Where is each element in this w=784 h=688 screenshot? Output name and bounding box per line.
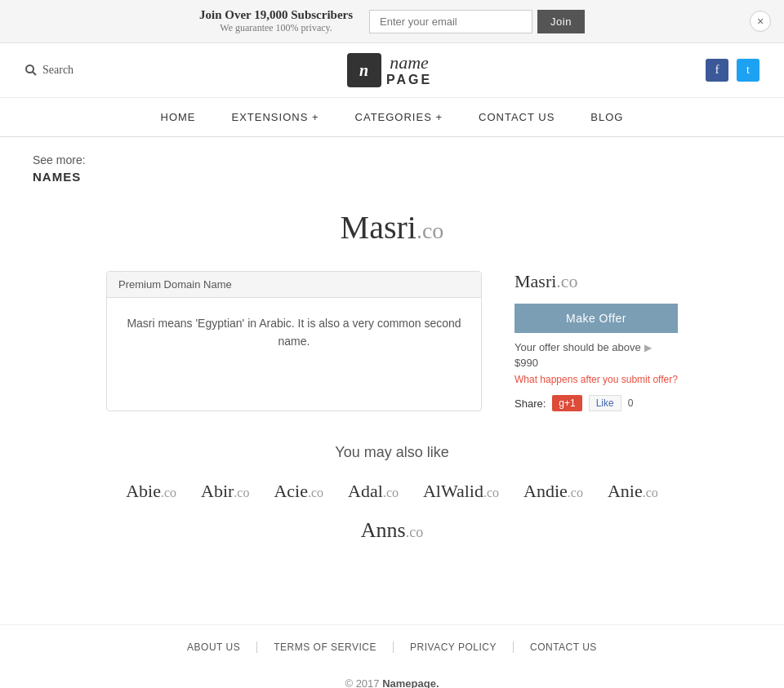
footer-about-us[interactable]: ABOUT US — [171, 641, 257, 653]
list-item[interactable]: Anie.co — [608, 481, 658, 502]
domain-title-section: Masri.co — [33, 208, 751, 246]
offer-hint-arrow: ▶ — [644, 342, 652, 353]
facebook-icon[interactable]: f — [706, 59, 728, 82]
footer-privacy[interactable]: PRIVACY POLICY — [394, 641, 514, 653]
domain-name-part: Masri — [341, 209, 416, 246]
offer-section: Masri.co Make Offer Your offer should be… — [514, 271, 678, 411]
footer-links: ABOUT US TERMS OF SERVICE PRIVACY POLICY… — [0, 625, 784, 669]
gplus-button[interactable]: g+1 — [552, 395, 581, 411]
nav-categories[interactable]: CATEGORIES + — [337, 98, 461, 136]
logo-icon-svg: n — [353, 59, 376, 82]
main-content: See more: NAMES Masri.co Premium Domain … — [0, 137, 784, 592]
svg-text:n: n — [359, 61, 368, 79]
see-more-section: See more: NAMES — [33, 153, 751, 184]
email-form: Join — [369, 10, 585, 33]
nav-blog[interactable]: BLOG — [572, 98, 641, 136]
offer-price: $990 — [514, 357, 678, 369]
search-link[interactable]: Search — [24, 64, 74, 77]
svg-point-0 — [26, 65, 33, 73]
footer-terms[interactable]: TERMS OF SERVICE — [257, 641, 394, 653]
svg-line-1 — [33, 72, 36, 75]
list-item[interactable]: Andie.co — [523, 481, 583, 502]
domain-main-title: Masri.co — [33, 208, 751, 246]
list-item[interactable]: AlWalid.co — [423, 481, 499, 502]
social-icons: f t — [706, 59, 760, 82]
logo[interactable]: n name PAGE — [347, 53, 432, 87]
footer-brand-link[interactable]: Namepage. — [382, 677, 439, 688]
join-button[interactable]: Join — [537, 10, 585, 33]
twitter-icon[interactable]: t — [737, 59, 760, 82]
share-label: Share: — [514, 397, 546, 410]
list-item[interactable]: Adal.co — [348, 481, 399, 502]
footer-copyright: © 2017 Namepage. — [0, 669, 784, 688]
banner-sub-text: We guarantee 100% privacy. — [199, 22, 353, 34]
footer: ABOUT US TERMS OF SERVICE PRIVACY POLICY… — [0, 624, 784, 688]
also-like-section: You may also like Abie.co Abir.co Acie.c… — [33, 444, 751, 543]
header: Search n name PAGE f t — [0, 43, 784, 98]
email-input[interactable] — [369, 10, 532, 33]
fb-like-button[interactable]: Like — [589, 395, 621, 411]
content-grid: Premium Domain Name Masri means 'Egyptia… — [106, 271, 678, 411]
share-row: Share: g+1 Like 0 — [514, 395, 678, 411]
what-happens-link[interactable]: What happens after you submit offer? — [514, 374, 678, 385]
card-body: Masri means 'Egyptian' in Arabic. It is … — [107, 298, 481, 367]
main-nav: HOME EXTENSIONS + CATEGORIES + CONTACT U… — [0, 98, 784, 137]
nav-contact[interactable]: CONTACT US — [461, 98, 572, 136]
search-icon — [24, 64, 38, 77]
top-banner: Join Over 19,000 Subscribers We guarante… — [0, 0, 784, 43]
make-offer-button[interactable]: Make Offer — [514, 304, 678, 333]
card-header: Premium Domain Name — [107, 272, 481, 298]
list-item[interactable]: Abie.co — [126, 481, 176, 502]
footer-contact-us[interactable]: CONTACT US — [514, 641, 613, 653]
offer-domain-name: Masri.co — [514, 271, 678, 292]
close-banner-button[interactable]: × — [750, 11, 771, 32]
see-more-label: See more: — [33, 153, 751, 166]
domain-tld-part: .co — [416, 218, 443, 243]
domain-list-bottom: Anns.co — [33, 518, 751, 543]
list-item[interactable]: Anns.co — [361, 518, 423, 543]
list-item[interactable]: Acie.co — [274, 481, 323, 502]
names-link[interactable]: NAMES — [33, 170, 751, 184]
description-card: Premium Domain Name Masri means 'Egyptia… — [106, 271, 482, 411]
list-item[interactable]: Abir.co — [201, 481, 249, 502]
search-label: Search — [42, 64, 74, 77]
logo-page: PAGE — [386, 73, 432, 87]
nav-home[interactable]: HOME — [143, 98, 214, 136]
fb-like-count: 0 — [628, 397, 634, 409]
logo-icon: n — [347, 53, 381, 87]
banner-text: Join Over 19,000 Subscribers We guarante… — [199, 8, 353, 34]
offer-hint: Your offer should be above ▶ — [514, 341, 678, 353]
banner-main-text: Join Over 19,000 Subscribers — [199, 8, 353, 22]
also-like-title: You may also like — [33, 444, 751, 461]
nav-extensions[interactable]: EXTENSIONS + — [214, 98, 337, 136]
domain-list: Abie.co Abir.co Acie.co Adal.co AlWalid.… — [33, 481, 751, 502]
fb-like-label: Like — [596, 397, 614, 409]
logo-name: name — [386, 53, 432, 73]
